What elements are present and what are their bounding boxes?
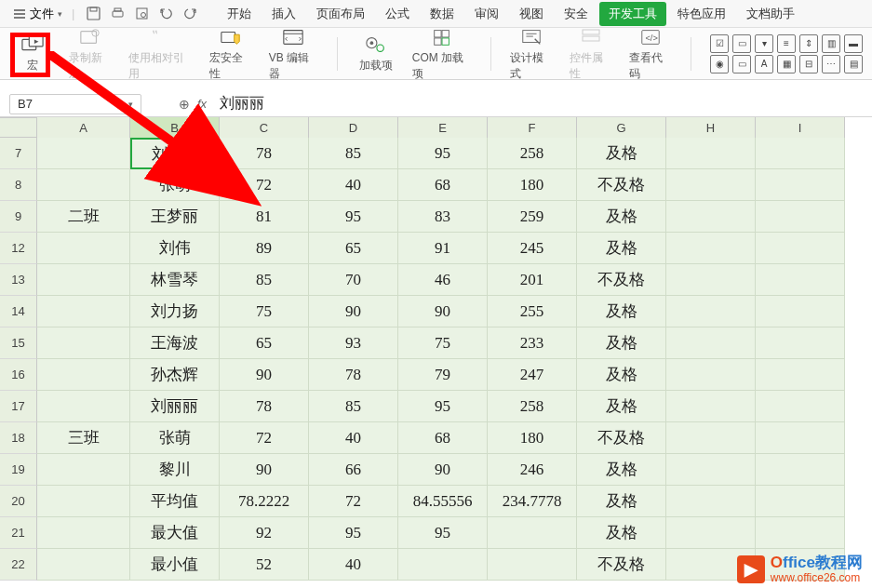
cell[interactable]: 不及格 bbox=[577, 169, 666, 201]
cell[interactable] bbox=[666, 327, 756, 359]
cell[interactable]: 79 bbox=[398, 359, 488, 391]
cell[interactable]: 180 bbox=[488, 422, 577, 454]
cell[interactable]: 及格 bbox=[577, 517, 666, 549]
cell[interactable]: 90 bbox=[398, 454, 488, 486]
cell[interactable] bbox=[666, 138, 756, 169]
design-mode-button[interactable]: 设计模式 bbox=[510, 26, 553, 82]
cell[interactable]: 40 bbox=[309, 422, 398, 454]
row-header[interactable]: 9 bbox=[0, 201, 37, 233]
cell[interactable]: 258 bbox=[488, 391, 577, 422]
cell[interactable]: 90 bbox=[398, 296, 488, 327]
cell[interactable] bbox=[666, 201, 756, 233]
cell[interactable] bbox=[756, 422, 845, 454]
cell[interactable]: 89 bbox=[220, 233, 309, 264]
checkbox-control-icon[interactable]: ☑ bbox=[710, 34, 729, 53]
cell[interactable]: 259 bbox=[488, 201, 577, 233]
cell[interactable] bbox=[666, 391, 756, 422]
cell[interactable]: 二班 bbox=[37, 201, 130, 233]
cell[interactable]: 黎川 bbox=[130, 454, 220, 486]
macro-security-button[interactable]: 宏安全性 bbox=[209, 26, 252, 82]
cell[interactable] bbox=[666, 454, 756, 486]
row-header[interactable]: 13 bbox=[0, 264, 37, 296]
cell[interactable]: 90 bbox=[220, 454, 309, 486]
cell[interactable] bbox=[488, 549, 577, 581]
cell[interactable]: 及格 bbox=[577, 391, 666, 422]
cell[interactable]: 王梦丽 bbox=[130, 201, 220, 233]
cell[interactable]: 张萌 bbox=[130, 169, 220, 201]
label-control-icon[interactable]: A bbox=[755, 55, 773, 74]
col-header-I[interactable]: I bbox=[756, 117, 845, 138]
row-header[interactable]: 22 bbox=[0, 549, 37, 581]
listbox-control-icon[interactable]: ≡ bbox=[777, 34, 796, 53]
tab-insert[interactable]: 插入 bbox=[262, 2, 305, 26]
control-properties-button[interactable]: 控件属性 bbox=[570, 26, 612, 82]
col-header-H[interactable]: H bbox=[666, 117, 756, 138]
combo-control-icon[interactable]: ▾ bbox=[755, 34, 773, 53]
row-header[interactable]: 15 bbox=[0, 327, 37, 359]
cell[interactable]: 258 bbox=[488, 138, 577, 169]
addins-button[interactable]: 加载项 bbox=[356, 33, 396, 74]
cell[interactable]: 201 bbox=[488, 264, 577, 296]
col-header-G[interactable]: G bbox=[577, 117, 666, 138]
tab-layout[interactable]: 页面布局 bbox=[307, 2, 374, 26]
cell[interactable]: 255 bbox=[488, 296, 577, 327]
cell[interactable]: 95 bbox=[398, 517, 488, 549]
cell[interactable]: 84.55556 bbox=[398, 486, 488, 517]
cell[interactable]: 及格 bbox=[577, 327, 666, 359]
fx-icon[interactable]: fx bbox=[197, 97, 207, 111]
cell[interactable]: 90 bbox=[220, 359, 309, 391]
cell[interactable] bbox=[756, 486, 845, 517]
row-header[interactable]: 14 bbox=[0, 296, 37, 327]
tab-docassist[interactable]: 文档助手 bbox=[737, 2, 804, 26]
cell[interactable]: 不及格 bbox=[577, 549, 666, 581]
cell[interactable]: 72 bbox=[309, 486, 398, 517]
cell[interactable] bbox=[37, 454, 130, 486]
scrollbar-control-icon[interactable]: ▥ bbox=[822, 34, 840, 53]
preview-icon[interactable] bbox=[132, 5, 151, 23]
cell[interactable]: 75 bbox=[220, 296, 309, 327]
cell[interactable]: 93 bbox=[309, 327, 398, 359]
col-header-B[interactable]: B bbox=[130, 117, 220, 138]
cell[interactable]: 180 bbox=[488, 169, 577, 201]
col-header-E[interactable]: E bbox=[398, 117, 488, 138]
cell[interactable] bbox=[37, 359, 130, 391]
zoom-icon[interactable]: ⊕ bbox=[179, 97, 190, 112]
cell[interactable] bbox=[666, 359, 756, 391]
cell[interactable]: 46 bbox=[398, 264, 488, 296]
cell[interactable]: 及格 bbox=[577, 359, 666, 391]
cell[interactable] bbox=[666, 486, 756, 517]
cell[interactable]: 85 bbox=[309, 138, 398, 169]
cell[interactable] bbox=[37, 486, 130, 517]
com-addins-button[interactable]: COM 加载项 bbox=[412, 26, 472, 82]
cell[interactable] bbox=[37, 138, 130, 169]
cell[interactable]: 及格 bbox=[577, 138, 666, 169]
cell[interactable]: 83 bbox=[398, 201, 488, 233]
tab-formula[interactable]: 公式 bbox=[376, 2, 419, 26]
cell[interactable]: 52 bbox=[220, 549, 309, 581]
tab-control-icon[interactable]: ▤ bbox=[844, 55, 863, 74]
textbox-control-icon[interactable]: ▭ bbox=[732, 34, 751, 53]
cell[interactable] bbox=[666, 422, 756, 454]
cell[interactable] bbox=[37, 327, 130, 359]
cell[interactable] bbox=[37, 549, 130, 581]
cell[interactable]: 孙杰辉 bbox=[130, 359, 220, 391]
row-header[interactable]: 12 bbox=[0, 233, 37, 264]
cell[interactable]: 78.2222 bbox=[220, 486, 309, 517]
cell[interactable]: 78 bbox=[220, 138, 309, 169]
cell[interactable]: 林雪琴 bbox=[130, 264, 220, 296]
tab-view[interactable]: 视图 bbox=[510, 2, 553, 26]
cell[interactable]: 246 bbox=[488, 454, 577, 486]
cell[interactable]: 85 bbox=[309, 391, 398, 422]
cell[interactable] bbox=[756, 138, 845, 169]
toggle-control-icon[interactable]: ⊟ bbox=[799, 55, 818, 74]
cell[interactable] bbox=[756, 454, 845, 486]
cell[interactable] bbox=[37, 233, 130, 264]
row-header[interactable]: 8 bbox=[0, 169, 37, 201]
print-icon[interactable] bbox=[108, 5, 127, 23]
record-macro-button[interactable]: 录制新宏 bbox=[69, 26, 112, 82]
cell[interactable]: 不及格 bbox=[577, 422, 666, 454]
cell[interactable]: 95 bbox=[309, 201, 398, 233]
vb-editor-button[interactable]: VB 编辑器 bbox=[269, 26, 318, 82]
cell[interactable] bbox=[666, 169, 756, 201]
relative-ref-button[interactable]: ‟ 使用相对引用 bbox=[128, 26, 193, 82]
